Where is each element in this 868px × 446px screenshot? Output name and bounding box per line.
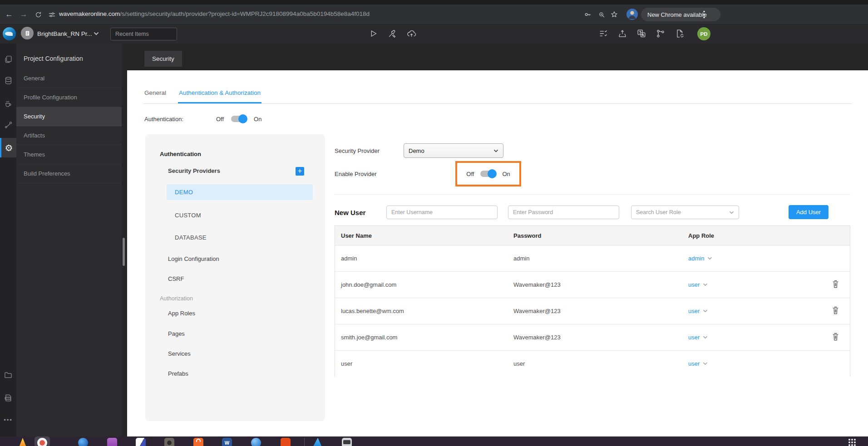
role-dropdown[interactable]: user	[688, 334, 708, 341]
security-provider-select[interactable]: Demo	[404, 143, 503, 158]
version-branch-icon[interactable]	[656, 29, 666, 39]
cell-password: admin	[513, 255, 529, 262]
new-user-label: New User	[335, 209, 365, 216]
back-icon[interactable]: ←	[4, 9, 15, 20]
authentication-toggle[interactable]	[230, 114, 247, 123]
checklist-icon[interactable]	[598, 29, 609, 39]
dock-divider	[304, 438, 305, 446]
table-row: user user user	[335, 351, 850, 377]
project-avatar-icon[interactable]	[21, 27, 34, 39]
nav-section-authorization: Authorization	[160, 295, 193, 302]
run-play-icon[interactable]	[368, 29, 379, 39]
nav-provider-database[interactable]: DATABASE	[175, 234, 207, 241]
reload-icon[interactable]	[33, 9, 44, 20]
export-app-icon[interactable]	[617, 29, 628, 39]
dock-browser-icon[interactable]	[37, 438, 47, 446]
role-dropdown[interactable]: user	[688, 281, 708, 288]
address-bar[interactable]: wavemakeronline.com/s/settings/security/…	[59, 10, 370, 17]
dock-folder-icon[interactable]	[107, 438, 117, 446]
sidebar-item-artifacts[interactable]: Artifacts	[16, 126, 122, 145]
browser-profile-avatar[interactable]	[626, 9, 638, 20]
sidebar-item-security[interactable]: Security	[16, 107, 122, 126]
add-provider-button[interactable]: +	[296, 167, 304, 176]
settings-gear-icon[interactable]: ⚙	[0, 138, 16, 157]
cell-username: smith.joe@gmail.com	[341, 334, 397, 341]
translate-icon[interactable]	[636, 29, 647, 39]
dock-sphere-icon[interactable]	[251, 438, 261, 446]
tab-authentication-authorization[interactable]: Authentication & Authorization	[179, 89, 261, 96]
nav-services[interactable]: Services	[168, 350, 191, 357]
chevron-down-icon	[707, 257, 712, 260]
panel-scrollbar[interactable]	[123, 238, 125, 266]
delete-user-icon[interactable]	[831, 306, 841, 317]
nav-section-authentication: Authentication	[160, 151, 201, 157]
chrome-update-button[interactable]: New Chrome available	[641, 8, 720, 21]
cloud-push-icon[interactable]	[406, 29, 417, 39]
more-dots-icon[interactable]: •••	[0, 417, 16, 423]
username-input[interactable]	[386, 206, 498, 219]
file-sync-icon[interactable]	[675, 29, 686, 39]
nav-provider-demo[interactable]: DEMO	[167, 184, 313, 200]
database-icon[interactable]	[0, 72, 16, 88]
sidebar-item-build-preferences[interactable]: Build Preferences	[16, 164, 122, 183]
form-divider	[335, 194, 850, 195]
forward-icon[interactable]: →	[18, 9, 29, 20]
delete-user-icon[interactable]	[831, 279, 841, 290]
security-provider-label: Security Provider	[335, 147, 380, 154]
table-row: lucas.benette@wm.com Wavemaker@123 user	[335, 298, 850, 324]
delete-user-icon[interactable]	[831, 332, 841, 343]
dev-tools-icon[interactable]	[387, 29, 398, 39]
bookmark-star-icon[interactable]	[609, 9, 620, 20]
dock-terminal-icon[interactable]	[342, 438, 352, 446]
user-role-select[interactable]: Search User Role	[631, 206, 739, 219]
nav-app-roles[interactable]: App Roles	[168, 310, 195, 317]
dock-document-icon[interactable]	[136, 438, 146, 446]
dock-flame-icon[interactable]	[18, 438, 28, 446]
nav-csrf[interactable]: CSRF	[168, 275, 184, 282]
enable-provider-toggle[interactable]	[479, 169, 497, 178]
studio-header: BrightBank_RN Pr... Recent Items PD	[0, 25, 868, 44]
show-apps-grid-icon[interactable]	[848, 438, 857, 446]
sidebar-item-themes[interactable]: Themes	[16, 145, 122, 164]
dock-camera-icon[interactable]	[164, 438, 174, 446]
auth-nav-panel: Authentication Security Providers + DEMO…	[145, 134, 325, 421]
folder-icon[interactable]	[0, 367, 16, 383]
role-dropdown[interactable]: user	[688, 360, 708, 367]
role-dropdown[interactable]: admin	[688, 255, 712, 262]
java-services-icon[interactable]	[0, 95, 16, 112]
log-file-icon[interactable]: LOG	[0, 390, 16, 406]
sidebar-item-general[interactable]: General	[16, 69, 122, 88]
table-row: admin admin admin	[335, 245, 850, 272]
user-avatar[interactable]: PD	[697, 27, 710, 40]
wavemaker-logo-icon	[3, 27, 16, 40]
nav-pages[interactable]: Pages	[168, 330, 185, 337]
chevron-down-icon	[703, 283, 708, 286]
dock-store-icon[interactable]	[193, 438, 203, 446]
project-chevron-down-icon[interactable]	[94, 32, 99, 35]
pages-icon[interactable]	[0, 51, 16, 67]
nav-provider-custom[interactable]: CUSTOM	[175, 212, 201, 219]
cell-username: lucas.benette@wm.com	[341, 308, 404, 314]
password-input[interactable]	[508, 206, 619, 219]
tab-general[interactable]: General	[144, 89, 166, 96]
role-dropdown[interactable]: user	[688, 308, 708, 314]
dock-sail-icon[interactable]	[312, 438, 322, 446]
security-page-tab[interactable]: Security	[144, 51, 182, 67]
cell-password: Wavemaker@123	[513, 334, 561, 341]
sidebar-item-profile-configuration[interactable]: Profile Configuration	[16, 88, 122, 107]
nav-login-configuration[interactable]: Login Configuration	[168, 255, 219, 262]
zoom-search-icon[interactable]	[596, 9, 607, 20]
dock-bird-icon[interactable]	[78, 438, 88, 446]
browser-menu-icon[interactable]	[703, 10, 705, 19]
dock-red-app-icon[interactable]	[281, 438, 291, 446]
dock-word-icon[interactable]: W	[222, 438, 232, 446]
tabbar-divider	[143, 103, 852, 104]
project-name[interactable]: BrightBank_RN Pr...	[37, 30, 92, 37]
site-settings-icon[interactable]	[46, 9, 57, 20]
authentication-label: Authentication:	[144, 116, 183, 123]
add-user-button[interactable]: Add User	[789, 205, 829, 219]
password-key-icon[interactable]	[582, 9, 593, 20]
recent-items-dropdown[interactable]: Recent Items	[110, 28, 177, 40]
nav-prefabs[interactable]: Prefabs	[168, 370, 188, 377]
apis-connector-icon[interactable]	[0, 117, 16, 133]
